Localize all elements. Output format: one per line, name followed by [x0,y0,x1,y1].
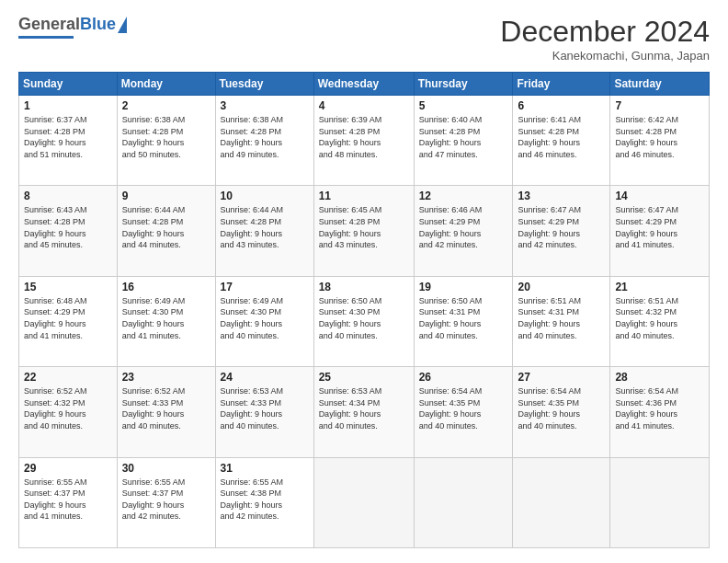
table-row [414,457,513,547]
day-info: Sunrise: 6:52 AMSunset: 4:32 PMDaylight:… [24,385,112,431]
day-number: 22 [24,371,112,384]
logo-triangle-icon [118,17,127,33]
day-info: Sunrise: 6:49 AMSunset: 4:30 PMDaylight:… [122,295,210,341]
day-info: Sunrise: 6:54 AMSunset: 4:35 PMDaylight:… [419,385,508,431]
table-row: 12 Sunrise: 6:46 AMSunset: 4:29 PMDaylig… [414,186,513,276]
day-number: 27 [518,371,605,384]
table-row: 7 Sunrise: 6:42 AMSunset: 4:28 PMDayligh… [610,96,710,186]
day-info: Sunrise: 6:51 AMSunset: 4:31 PMDaylight:… [518,295,605,341]
logo-text: General Blue [18,15,127,34]
day-number: 16 [122,281,210,293]
day-number: 9 [122,190,210,202]
month-title: December 2024 [500,15,710,49]
table-row: 18 Sunrise: 6:50 AMSunset: 4:30 PMDaylig… [313,276,414,366]
logo-underline [18,36,74,39]
day-info: Sunrise: 6:42 AMSunset: 4:28 PMDaylight:… [615,114,704,160]
table-row: 21 Sunrise: 6:51 AMSunset: 4:32 PMDaylig… [610,276,710,366]
day-info: Sunrise: 6:47 AMSunset: 4:29 PMDaylight:… [615,204,704,250]
day-info: Sunrise: 6:51 AMSunset: 4:32 PMDaylight:… [615,295,704,341]
title-block: December 2024 Kanekomachi, Gunma, Japan [500,15,710,63]
day-info: Sunrise: 6:45 AMSunset: 4:28 PMDaylight:… [319,204,409,250]
table-row: 16 Sunrise: 6:49 AMSunset: 4:30 PMDaylig… [117,276,215,366]
day-info: Sunrise: 6:54 AMSunset: 4:35 PMDaylight:… [518,385,605,431]
table-row: 22 Sunrise: 6:52 AMSunset: 4:32 PMDaylig… [19,367,118,457]
day-number: 12 [419,190,508,202]
table-row: 26 Sunrise: 6:54 AMSunset: 4:35 PMDaylig… [414,367,513,457]
day-number: 7 [615,99,704,112]
day-info: Sunrise: 6:40 AMSunset: 4:28 PMDaylight:… [419,114,508,160]
day-info: Sunrise: 6:43 AMSunset: 4:28 PMDaylight:… [24,204,112,250]
page: General Blue December 2024 Kanekomachi, … [0,0,728,563]
day-number: 26 [419,371,508,384]
col-saturday: Saturday [610,73,710,96]
day-info: Sunrise: 6:55 AMSunset: 4:38 PMDaylight:… [221,477,309,523]
day-number: 11 [319,190,409,202]
table-row: 2 Sunrise: 6:38 AMSunset: 4:28 PMDayligh… [117,96,215,186]
day-info: Sunrise: 6:46 AMSunset: 4:29 PMDaylight:… [419,204,508,250]
day-number: 31 [221,462,309,475]
table-row: 27 Sunrise: 6:54 AMSunset: 4:35 PMDaylig… [513,367,610,457]
day-info: Sunrise: 6:38 AMSunset: 4:28 PMDaylight:… [122,114,210,160]
table-row: 19 Sunrise: 6:50 AMSunset: 4:31 PMDaylig… [414,276,513,366]
day-number: 13 [518,190,605,202]
day-number: 18 [319,281,409,293]
table-row [610,457,710,547]
table-row: 15 Sunrise: 6:48 AMSunset: 4:29 PMDaylig… [19,276,118,366]
table-row: 11 Sunrise: 6:45 AMSunset: 4:28 PMDaylig… [313,186,414,276]
day-info: Sunrise: 6:44 AMSunset: 4:28 PMDaylight:… [221,204,309,250]
location-subtitle: Kanekomachi, Gunma, Japan [500,49,710,63]
day-number: 6 [518,99,605,112]
day-number: 17 [221,281,309,293]
table-row: 10 Sunrise: 6:44 AMSunset: 4:28 PMDaylig… [215,186,313,276]
day-info: Sunrise: 6:52 AMSunset: 4:33 PMDaylight:… [122,385,210,431]
table-row: 20 Sunrise: 6:51 AMSunset: 4:31 PMDaylig… [513,276,610,366]
table-row: 24 Sunrise: 6:53 AMSunset: 4:33 PMDaylig… [215,367,313,457]
day-info: Sunrise: 6:49 AMSunset: 4:30 PMDaylight:… [221,295,309,341]
day-number: 10 [221,190,309,202]
day-info: Sunrise: 6:53 AMSunset: 4:34 PMDaylight:… [319,385,409,431]
day-number: 3 [221,99,309,112]
table-row: 4 Sunrise: 6:39 AMSunset: 4:28 PMDayligh… [313,96,414,186]
table-row: 3 Sunrise: 6:38 AMSunset: 4:28 PMDayligh… [215,96,313,186]
day-number: 19 [419,281,508,293]
col-tuesday: Tuesday [215,73,313,96]
day-info: Sunrise: 6:44 AMSunset: 4:28 PMDaylight:… [122,204,210,250]
day-number: 1 [24,99,112,112]
table-row: 5 Sunrise: 6:40 AMSunset: 4:28 PMDayligh… [414,96,513,186]
table-row: 28 Sunrise: 6:54 AMSunset: 4:36 PMDaylig… [610,367,710,457]
day-number: 20 [518,281,605,293]
table-row: 30 Sunrise: 6:55 AMSunset: 4:37 PMDaylig… [117,457,215,547]
logo: General Blue [18,15,127,39]
logo-blue: Blue [80,15,116,34]
table-row: 25 Sunrise: 6:53 AMSunset: 4:34 PMDaylig… [313,367,414,457]
day-number: 23 [122,371,210,384]
day-info: Sunrise: 6:48 AMSunset: 4:29 PMDaylight:… [24,295,112,341]
header-row: Sunday Monday Tuesday Wednesday Thursday… [19,73,710,96]
calendar-table: Sunday Monday Tuesday Wednesday Thursday… [18,72,710,548]
day-number: 25 [319,371,409,384]
day-info: Sunrise: 6:38 AMSunset: 4:28 PMDaylight:… [221,114,309,160]
day-number: 30 [122,462,210,475]
col-thursday: Thursday [414,73,513,96]
day-info: Sunrise: 6:50 AMSunset: 4:31 PMDaylight:… [419,295,508,341]
table-row: 9 Sunrise: 6:44 AMSunset: 4:28 PMDayligh… [117,186,215,276]
day-number: 8 [24,190,112,202]
table-row: 1 Sunrise: 6:37 AMSunset: 4:28 PMDayligh… [19,96,118,186]
table-row: 29 Sunrise: 6:55 AMSunset: 4:37 PMDaylig… [19,457,118,547]
day-info: Sunrise: 6:55 AMSunset: 4:37 PMDaylight:… [122,477,210,523]
col-friday: Friday [513,73,610,96]
day-info: Sunrise: 6:54 AMSunset: 4:36 PMDaylight:… [615,385,704,431]
table-row: 23 Sunrise: 6:52 AMSunset: 4:33 PMDaylig… [117,367,215,457]
header: General Blue December 2024 Kanekomachi, … [18,15,710,63]
day-number: 5 [419,99,508,112]
col-sunday: Sunday [19,73,118,96]
table-row [513,457,610,547]
col-wednesday: Wednesday [313,73,414,96]
day-info: Sunrise: 6:47 AMSunset: 4:29 PMDaylight:… [518,204,605,250]
day-info: Sunrise: 6:37 AMSunset: 4:28 PMDaylight:… [24,114,112,160]
day-number: 2 [122,99,210,112]
col-monday: Monday [117,73,215,96]
table-row: 14 Sunrise: 6:47 AMSunset: 4:29 PMDaylig… [610,186,710,276]
day-number: 15 [24,281,112,293]
day-number: 21 [615,281,704,293]
